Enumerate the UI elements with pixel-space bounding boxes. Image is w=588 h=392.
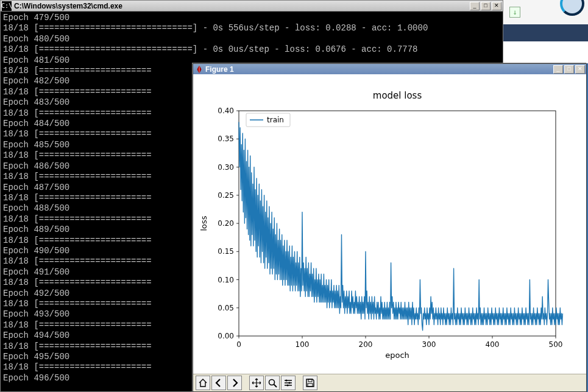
svg-text:train: train bbox=[267, 116, 284, 124]
cmd-titlebar[interactable]: C:\ C:\Windows\system32\cmd.exe _ □ ✕ bbox=[1, 1, 503, 12]
svg-text:0.10: 0.10 bbox=[218, 276, 234, 284]
figure-canvas: 0.000.050.100.150.200.250.300.350.400100… bbox=[193, 74, 586, 374]
figure-close-button[interactable]: ✕ bbox=[575, 65, 585, 74]
svg-text:0.40: 0.40 bbox=[218, 107, 234, 115]
figure-toolbar bbox=[193, 374, 586, 391]
svg-rect-0 bbox=[239, 111, 556, 336]
svg-text:300: 300 bbox=[422, 340, 436, 349]
svg-text:loss: loss bbox=[199, 215, 208, 231]
svg-text:100: 100 bbox=[296, 340, 310, 349]
svg-text:epoch: epoch bbox=[385, 351, 409, 360]
svg-text:400: 400 bbox=[486, 340, 500, 349]
svg-text:0.30: 0.30 bbox=[218, 163, 234, 172]
figure-titlebar[interactable]: Figure 1 _ □ ✕ bbox=[193, 64, 586, 74]
svg-point-39 bbox=[289, 382, 291, 384]
figure-maximize-button[interactable]: □ bbox=[564, 65, 574, 74]
cmd-minimize-button[interactable]: _ bbox=[470, 2, 480, 10]
download-icon: ↓ bbox=[509, 7, 520, 18]
svg-text:0.25: 0.25 bbox=[218, 191, 234, 200]
toolbar-pan-button[interactable] bbox=[249, 376, 264, 390]
svg-text:0: 0 bbox=[236, 340, 241, 349]
toolbar-home-button[interactable] bbox=[196, 376, 210, 390]
tk-icon bbox=[194, 65, 204, 74]
figure-title: Figure 1 bbox=[205, 65, 553, 74]
svg-text:0.35: 0.35 bbox=[218, 135, 234, 143]
toolbar-save-button[interactable] bbox=[303, 376, 317, 390]
toolbar-back-button[interactable] bbox=[211, 376, 226, 390]
cmd-close-button[interactable]: ✕ bbox=[492, 2, 501, 10]
svg-text:0.20: 0.20 bbox=[218, 219, 234, 228]
background-browser-fragment: ↓ bbox=[503, 0, 588, 63]
figure-window: Figure 1 _ □ ✕ 0.000.050.100.150.200.250… bbox=[193, 63, 587, 392]
cmd-title: C:\Windows\system32\cmd.exe bbox=[13, 2, 470, 10]
svg-text:model loss: model loss bbox=[373, 90, 422, 101]
svg-text:200: 200 bbox=[359, 340, 373, 349]
svg-text:0.15: 0.15 bbox=[218, 247, 234, 256]
figure-minimize-button[interactable]: _ bbox=[553, 65, 563, 74]
toolbar-configure-button[interactable] bbox=[281, 376, 296, 390]
toolbar-zoom-button[interactable] bbox=[265, 376, 280, 390]
cmd-maximize-button[interactable]: □ bbox=[481, 2, 491, 10]
cmd-icon: C:\ bbox=[2, 1, 12, 11]
toolbar-forward-button[interactable] bbox=[227, 376, 242, 390]
svg-point-40 bbox=[287, 385, 289, 387]
svg-rect-42 bbox=[308, 383, 313, 387]
svg-text:0.00: 0.00 bbox=[218, 332, 234, 340]
svg-point-37 bbox=[269, 380, 275, 385]
svg-text:0.05: 0.05 bbox=[218, 304, 234, 312]
svg-text:500: 500 bbox=[549, 340, 563, 349]
svg-point-38 bbox=[286, 380, 288, 382]
